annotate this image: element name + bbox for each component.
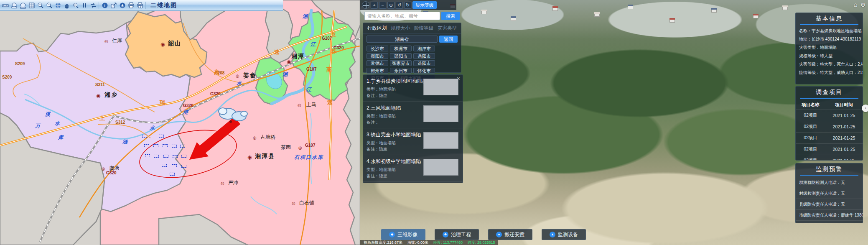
mine-symbol (170, 173, 175, 176)
house (552, 8, 558, 11)
zoom-out-button[interactable]: − (379, 2, 386, 9)
city-button[interactable]: 常德市 (367, 60, 388, 66)
pause-button[interactable] (80, 1, 89, 10)
table-row[interactable]: 02项目2021-01-25 (796, 133, 863, 144)
zoom-in-button[interactable]: + (371, 2, 378, 9)
monitor-row: 群测群防检测人电话：无 (796, 177, 863, 188)
swap-button[interactable] (89, 1, 97, 10)
mine-symbol (163, 155, 168, 158)
full-extent-icon (55, 2, 61, 9)
city-button[interactable]: 湘潭市 (413, 46, 435, 51)
status-item: 纬度: 28.025615 (468, 240, 495, 245)
table-cell: 02项目 (796, 144, 825, 155)
device-icon: ▲ (550, 232, 555, 237)
pan-hand-button[interactable] (62, 1, 71, 10)
city-button[interactable]: 益阳市 (413, 60, 435, 66)
measure-area-icon (11, 2, 18, 9)
list-item[interactable]: 1.宁乡县煤炭坝地区地面塌陷类型：地面塌陷备注：隐患 (363, 75, 463, 102)
mine-symbol (154, 155, 159, 158)
city-button[interactable]: 郴州市 (367, 68, 388, 74)
list-item[interactable]: 5.芦淞区凤凰山体东南部山体滑坡 (363, 182, 463, 183)
redo-button[interactable]: ↻ (404, 2, 411, 9)
table-row[interactable]: 02项目2021-01-25 (796, 155, 863, 161)
3d-toolbar: +−⊙↺↻ 显示等级 (360, 0, 456, 10)
table-row[interactable]: 02项目2021-01-25 (796, 110, 863, 121)
column-header: 项目时间 (825, 100, 863, 110)
filter-tab-险情等级[interactable]: 险情等级 (414, 25, 433, 31)
filter-tab-规模大小[interactable]: 规模大小 (391, 25, 410, 31)
table-cell: 2021-01-25 (825, 121, 863, 133)
export-icon (110, 2, 117, 9)
print-preview-button[interactable] (135, 1, 144, 10)
bottom-button-治理工程[interactable]: ✚治理工程 (435, 229, 479, 240)
disaster-list-panel: × 1.宁乡县煤炭坝地区地面塌陷类型：地面塌陷备注：隐患2.三风地面塌陷类型：地… (363, 74, 463, 183)
map-3d-view[interactable]: +−⊙↺↻ 显示等级 ⌂ ⊕ 搜索 行政区划规模大小险情等级灾害类型 湖南省 返… (360, 0, 868, 245)
zoom-in-button[interactable] (36, 1, 45, 10)
city-button[interactable]: 张家界市 (390, 60, 412, 66)
table-row[interactable]: 02项目2021-01-25 (796, 121, 863, 133)
city-button[interactable]: 永州市 (390, 68, 412, 74)
print-button[interactable] (127, 1, 135, 10)
grid-button[interactable] (27, 1, 36, 10)
bottom-button-监测设备[interactable]: ▲监测设备 (542, 229, 586, 240)
list-item[interactable]: 2.三风地面塌陷类型：地面塌陷备注： (363, 102, 463, 128)
status-item: 海拔:-0.00米 (407, 240, 428, 245)
globe-icon[interactable]: ⊕ (860, 1, 865, 8)
list-item[interactable]: 4.永和初级中学地面塌陷类型：地面塌陷备注：隐患 (363, 155, 463, 182)
disaster-photo[interactable] (423, 105, 458, 122)
measure-area-button[interactable] (10, 1, 18, 10)
info-row: 规模等级：特大型 (796, 52, 863, 60)
zoom-out-button[interactable] (45, 1, 53, 10)
bottom-button-label: 搬迁安置 (504, 231, 524, 238)
mine-symbol (145, 154, 150, 157)
table-cell: 2021-01-25 (825, 133, 863, 144)
filter-tab-行政区划[interactable]: 行政区划 (367, 25, 387, 31)
panel-collapse-button[interactable]: › (862, 105, 868, 112)
list-item[interactable]: 3.铁山完全小学地面塌陷类型：地面塌陷备注：隐患 (363, 128, 463, 155)
compass-icon[interactable] (362, 1, 369, 9)
filter-tab-灾害类型[interactable]: 灾害类型 (438, 25, 457, 31)
bottom-button-三维影像[interactable]: ◆三维影像 (381, 229, 425, 240)
city-button[interactable]: 长沙市 (367, 46, 388, 51)
table-cell: 02项目 (796, 110, 825, 121)
home-icon[interactable]: ⌂ (854, 1, 857, 8)
search-input[interactable] (364, 12, 440, 20)
table-row[interactable]: 02项目2021-01-25 (796, 144, 863, 155)
info-row: 灾害类型：地面塌陷 (796, 43, 863, 52)
back-button[interactable]: 返回 (439, 36, 458, 43)
works-icon: ✚ (443, 232, 448, 237)
disaster-photo[interactable] (423, 159, 458, 176)
zoom-previous-button[interactable] (71, 1, 80, 10)
city-button[interactable]: 邵阳市 (390, 53, 412, 59)
map-2d-view[interactable]: S209S209S311S312S208G320G320G320G320G107… (0, 0, 360, 245)
disaster-photo[interactable] (423, 132, 458, 149)
mine-symbol (163, 144, 168, 147)
bottom-button-搬迁安置[interactable]: ●搬迁安置 (488, 229, 532, 240)
zoom-in-icon (37, 2, 44, 9)
panel-title: 监测预警 (796, 163, 863, 175)
measure-distance-button[interactable] (1, 1, 10, 10)
full-extent-button[interactable] (53, 1, 62, 10)
province-select[interactable]: 湖南省 (367, 36, 438, 43)
export-button[interactable] (109, 1, 118, 10)
city-button[interactable]: 衡阳市 (367, 53, 388, 59)
measure-polygon-icon (20, 2, 26, 9)
info-row: 灾害等级：特大型，死亡人口：2人，经济损失：250… (796, 60, 863, 69)
mine-symbol (144, 144, 149, 147)
disaster-photo[interactable] (423, 79, 458, 95)
city-button[interactable]: 岳阳市 (413, 53, 435, 59)
locate-button[interactable]: ⊙ (387, 2, 395, 9)
save-button[interactable] (118, 1, 127, 10)
pan-hand-icon (64, 2, 70, 9)
city-button[interactable]: 株洲市 (390, 46, 412, 51)
mine-symbol (142, 135, 147, 138)
search-button[interactable]: 搜索 (441, 12, 460, 20)
admin-filter-panel: 行政区划规模大小险情等级灾害类型 湖南省 返回 长沙市株洲市湘潭市衡阳市邵阳市岳… (363, 23, 461, 73)
measure-polygon-button[interactable] (18, 1, 27, 10)
cube-icon: ◆ (389, 232, 395, 237)
city-button[interactable]: 怀化市 (413, 68, 435, 74)
save-icon (119, 2, 126, 9)
display-level-button[interactable]: 显示等级 (412, 1, 437, 9)
undo-button[interactable]: ↺ (396, 2, 403, 9)
info-button[interactable] (100, 1, 109, 10)
